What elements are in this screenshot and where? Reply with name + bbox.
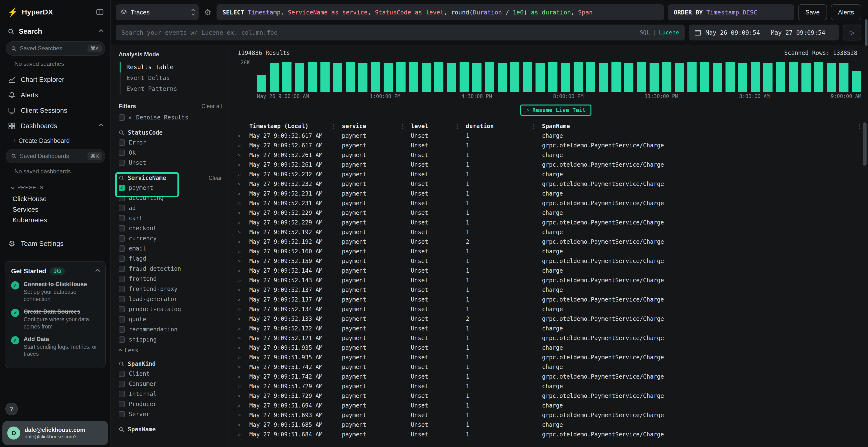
checkbox-load-generator[interactable] [119,296,125,302]
histogram-bar[interactable] [295,63,304,92]
histogram-bar[interactable] [713,63,722,92]
expand-row-icon[interactable]: > [238,133,249,139]
checkbox-shipping[interactable] [119,337,125,343]
expand-row-icon[interactable]: > [238,220,249,226]
histogram-bar[interactable] [308,62,317,92]
histogram-bar[interactable] [447,63,456,92]
sidebar-item-alerts[interactable]: Alerts [0,88,111,103]
expand-row-icon[interactable]: > [238,422,249,428]
get-started-step-connect[interactable]: ✓ Connect to ClickHouse Set up your data… [11,281,99,303]
table-row[interactable]: >May 27 9:09:52.617 AMpaymentUnset1grpc.… [229,141,868,150]
get-started-step-sources[interactable]: ✓ Create Data Sources Configure where yo… [11,308,99,331]
expand-row-icon[interactable]: > [238,374,249,380]
sidebar-item-clickhouse[interactable]: ClickHouse [0,194,111,204]
clear-filter-link[interactable]: Clear [209,175,222,181]
histogram-bar[interactable] [270,63,279,92]
presets-section-toggle[interactable]: PRESETS [0,180,111,194]
histogram-bar[interactable] [535,63,545,92]
mode-lucene-toggle[interactable]: Lucene [659,29,679,36]
filter-option-ad[interactable]: ad [119,203,222,213]
col-header-spanname[interactable]: SpanName [542,123,570,130]
expand-row-icon[interactable]: > [238,393,249,399]
filter-option-checkout[interactable]: checkout [119,223,222,233]
expand-row-icon[interactable]: > [238,383,249,389]
expand-row-icon[interactable]: > [238,268,249,274]
histogram-bar[interactable] [802,63,811,92]
checkbox-ad[interactable] [119,205,125,211]
table-row[interactable]: >May 27 9:09:51.684 AMpaymentUnset1grpc.… [229,429,868,439]
col-header-level[interactable]: level [411,123,428,130]
histogram-bar[interactable] [650,63,659,92]
histogram-bar[interactable] [574,62,583,92]
checkbox-accounting[interactable] [119,195,125,201]
histogram-bar[interactable] [675,63,684,92]
column-resize-handle[interactable]: ⋮ [531,123,542,129]
histogram-bar[interactable] [612,62,621,92]
histogram-bar[interactable] [498,63,507,92]
expand-row-icon[interactable]: > [238,306,249,312]
get-started-header[interactable]: Get Started 3/3 [11,267,99,275]
filter-option-load-generator[interactable]: load-generator [119,294,222,304]
checkbox-currency[interactable] [119,235,125,242]
checkbox-Server[interactable] [119,411,125,417]
checkbox-Internal[interactable] [119,391,125,397]
column-resize-handle[interactable]: ⋮ [331,123,342,129]
histogram-bar[interactable] [738,63,747,92]
histogram-bar[interactable] [852,71,861,92]
histogram-bar[interactable] [320,62,330,92]
table-row[interactable]: >May 27 9:09:52.617 AMpaymentUnset1charg… [229,131,868,141]
checkbox-Producer[interactable] [119,401,125,407]
histogram-bar[interactable] [333,63,342,92]
table-row[interactable]: >May 27 9:09:52.192 AMpaymentUnset1charg… [229,227,868,237]
filter-option-Server[interactable]: Server [119,409,222,419]
table-row[interactable]: >May 27 9:09:52.160 AMpaymentUnset1charg… [229,247,868,256]
filter-option-currency[interactable]: currency [119,233,222,243]
filter-option-payment[interactable]: ✓payment [119,183,222,193]
user-menu[interactable]: D dale@clickhouse.com dale@clickhouse.co… [2,421,108,445]
table-row[interactable]: >May 27 9:09:52.159 AMpaymentUnset1grpc.… [229,256,868,266]
expand-row-icon[interactable]: > [238,325,249,332]
expand-row-icon[interactable]: > [238,287,249,293]
denoise-results-toggle[interactable]: ◐ Denoise Results [119,112,222,123]
expand-row-icon[interactable]: > [238,335,249,341]
table-row[interactable]: >May 27 9:09:51.742 AMpaymentUnset1grpc.… [229,372,868,381]
expand-row-icon[interactable]: > [238,248,249,254]
checkbox-frontend-proxy[interactable] [119,286,125,292]
sidebar-item-dashboards[interactable]: Dashboards [0,118,111,134]
table-row[interactable]: >May 27 9:09:52.231 AMpaymentUnset1grpc.… [229,199,868,208]
histogram-bar[interactable] [624,63,633,92]
checkbox-Consumer[interactable] [119,381,125,387]
save-button[interactable]: Save [798,4,827,20]
checkbox-frontend[interactable] [119,276,125,282]
table-row[interactable]: >May 27 9:09:51.729 AMpaymentUnset1grpc.… [229,391,868,401]
table-row[interactable]: >May 27 9:09:52.261 AMpaymentUnset1charg… [229,150,868,160]
table-row[interactable]: >May 27 9:09:52.133 AMpaymentUnset2grpc.… [229,314,868,324]
checkbox-Ok[interactable] [119,149,125,156]
table-row[interactable]: >May 27 9:09:51.693 AMpaymentUnset1grpc.… [229,410,868,420]
filter-option-fraud-detection[interactable]: fraud-detection [119,264,222,274]
checkbox-product-catalog[interactable] [119,306,125,312]
table-row[interactable]: >May 27 9:09:51.729 AMpaymentUnset1charg… [229,381,868,391]
date-range-picker[interactable]: May 26 09:09:54 - May 27 09:09:54 [689,25,839,40]
histogram-bar[interactable] [434,62,443,92]
histogram-bar[interactable] [409,62,418,92]
expand-row-icon[interactable]: > [238,143,249,148]
sidebar-item-search[interactable]: Search [0,23,111,40]
checkbox-payment[interactable]: ✓ [119,185,125,191]
table-row[interactable]: >May 27 9:09:52.232 AMpaymentUnset1charg… [229,170,868,179]
histogram-bar[interactable] [346,62,355,92]
table-row[interactable]: >May 27 9:09:52.229 AMpaymentUnset1charg… [229,208,868,218]
filter-option-recommendation[interactable]: recommendation [119,324,222,335]
page-scrollbar-thumb[interactable] [865,19,868,46]
filter-option-Consumer[interactable]: Consumer [119,379,222,389]
checkbox-recommendation[interactable] [119,326,125,333]
expand-row-icon[interactable]: > [238,297,249,303]
histogram-bar[interactable] [561,63,570,92]
checkbox-quote[interactable] [119,316,125,322]
expand-row-icon[interactable]: > [238,191,249,197]
histogram-bar[interactable] [422,63,431,92]
histogram-bar[interactable] [814,62,823,92]
table-row[interactable]: >May 27 9:09:51.935 AMpaymentUnset1grpc.… [229,353,868,362]
histogram-bar[interactable] [776,62,785,92]
expand-row-icon[interactable]: > [238,200,249,206]
